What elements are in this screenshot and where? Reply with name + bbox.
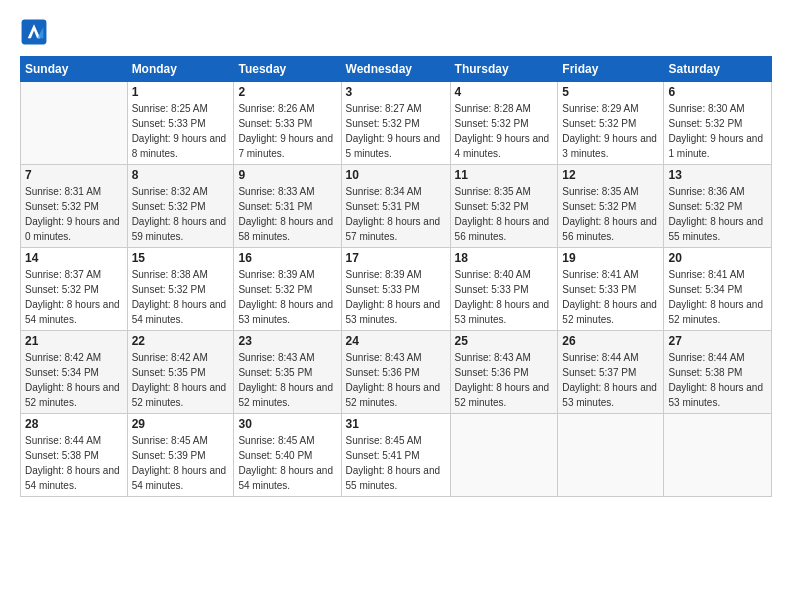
day-number: 24 bbox=[346, 334, 446, 348]
day-detail: Sunrise: 8:29 AMSunset: 5:32 PMDaylight:… bbox=[562, 101, 659, 161]
day-detail: Sunrise: 8:38 AMSunset: 5:32 PMDaylight:… bbox=[132, 267, 230, 327]
day-cell: 21Sunrise: 8:42 AMSunset: 5:34 PMDayligh… bbox=[21, 331, 128, 414]
day-number: 22 bbox=[132, 334, 230, 348]
day-detail: Sunrise: 8:44 AMSunset: 5:38 PMDaylight:… bbox=[25, 433, 123, 493]
calendar-table: SundayMondayTuesdayWednesdayThursdayFrid… bbox=[20, 56, 772, 497]
day-number: 13 bbox=[668, 168, 767, 182]
day-detail: Sunrise: 8:41 AMSunset: 5:33 PMDaylight:… bbox=[562, 267, 659, 327]
day-number: 30 bbox=[238, 417, 336, 431]
day-number: 12 bbox=[562, 168, 659, 182]
day-cell: 29Sunrise: 8:45 AMSunset: 5:39 PMDayligh… bbox=[127, 414, 234, 497]
day-cell bbox=[21, 82, 128, 165]
weekday-header-tuesday: Tuesday bbox=[234, 57, 341, 82]
day-detail: Sunrise: 8:28 AMSunset: 5:32 PMDaylight:… bbox=[455, 101, 554, 161]
day-detail: Sunrise: 8:45 AMSunset: 5:40 PMDaylight:… bbox=[238, 433, 336, 493]
week-row-3: 14Sunrise: 8:37 AMSunset: 5:32 PMDayligh… bbox=[21, 248, 772, 331]
day-number: 28 bbox=[25, 417, 123, 431]
day-detail: Sunrise: 8:27 AMSunset: 5:32 PMDaylight:… bbox=[346, 101, 446, 161]
page-header bbox=[20, 18, 772, 46]
day-number: 7 bbox=[25, 168, 123, 182]
day-cell: 5Sunrise: 8:29 AMSunset: 5:32 PMDaylight… bbox=[558, 82, 664, 165]
day-number: 8 bbox=[132, 168, 230, 182]
week-row-2: 7Sunrise: 8:31 AMSunset: 5:32 PMDaylight… bbox=[21, 165, 772, 248]
day-cell bbox=[450, 414, 558, 497]
day-detail: Sunrise: 8:42 AMSunset: 5:35 PMDaylight:… bbox=[132, 350, 230, 410]
weekday-header-sunday: Sunday bbox=[21, 57, 128, 82]
day-cell: 28Sunrise: 8:44 AMSunset: 5:38 PMDayligh… bbox=[21, 414, 128, 497]
day-number: 17 bbox=[346, 251, 446, 265]
day-detail: Sunrise: 8:43 AMSunset: 5:36 PMDaylight:… bbox=[455, 350, 554, 410]
day-number: 21 bbox=[25, 334, 123, 348]
day-number: 4 bbox=[455, 85, 554, 99]
day-detail: Sunrise: 8:26 AMSunset: 5:33 PMDaylight:… bbox=[238, 101, 336, 161]
day-cell: 27Sunrise: 8:44 AMSunset: 5:38 PMDayligh… bbox=[664, 331, 772, 414]
day-detail: Sunrise: 8:32 AMSunset: 5:32 PMDaylight:… bbox=[132, 184, 230, 244]
day-cell: 6Sunrise: 8:30 AMSunset: 5:32 PMDaylight… bbox=[664, 82, 772, 165]
weekday-header-thursday: Thursday bbox=[450, 57, 558, 82]
day-number: 5 bbox=[562, 85, 659, 99]
day-cell: 19Sunrise: 8:41 AMSunset: 5:33 PMDayligh… bbox=[558, 248, 664, 331]
weekday-header-saturday: Saturday bbox=[664, 57, 772, 82]
day-cell: 2Sunrise: 8:26 AMSunset: 5:33 PMDaylight… bbox=[234, 82, 341, 165]
day-number: 14 bbox=[25, 251, 123, 265]
week-row-1: 1Sunrise: 8:25 AMSunset: 5:33 PMDaylight… bbox=[21, 82, 772, 165]
day-detail: Sunrise: 8:39 AMSunset: 5:33 PMDaylight:… bbox=[346, 267, 446, 327]
day-detail: Sunrise: 8:30 AMSunset: 5:32 PMDaylight:… bbox=[668, 101, 767, 161]
day-cell: 4Sunrise: 8:28 AMSunset: 5:32 PMDaylight… bbox=[450, 82, 558, 165]
day-number: 3 bbox=[346, 85, 446, 99]
day-detail: Sunrise: 8:44 AMSunset: 5:37 PMDaylight:… bbox=[562, 350, 659, 410]
day-cell: 17Sunrise: 8:39 AMSunset: 5:33 PMDayligh… bbox=[341, 248, 450, 331]
day-detail: Sunrise: 8:35 AMSunset: 5:32 PMDaylight:… bbox=[562, 184, 659, 244]
day-cell: 23Sunrise: 8:43 AMSunset: 5:35 PMDayligh… bbox=[234, 331, 341, 414]
day-detail: Sunrise: 8:44 AMSunset: 5:38 PMDaylight:… bbox=[668, 350, 767, 410]
weekday-header-row: SundayMondayTuesdayWednesdayThursdayFrid… bbox=[21, 57, 772, 82]
day-cell: 20Sunrise: 8:41 AMSunset: 5:34 PMDayligh… bbox=[664, 248, 772, 331]
day-cell: 16Sunrise: 8:39 AMSunset: 5:32 PMDayligh… bbox=[234, 248, 341, 331]
day-cell bbox=[664, 414, 772, 497]
day-number: 11 bbox=[455, 168, 554, 182]
day-cell: 30Sunrise: 8:45 AMSunset: 5:40 PMDayligh… bbox=[234, 414, 341, 497]
day-cell: 1Sunrise: 8:25 AMSunset: 5:33 PMDaylight… bbox=[127, 82, 234, 165]
day-number: 9 bbox=[238, 168, 336, 182]
logo bbox=[20, 18, 52, 46]
day-detail: Sunrise: 8:31 AMSunset: 5:32 PMDaylight:… bbox=[25, 184, 123, 244]
day-detail: Sunrise: 8:41 AMSunset: 5:34 PMDaylight:… bbox=[668, 267, 767, 327]
day-cell: 15Sunrise: 8:38 AMSunset: 5:32 PMDayligh… bbox=[127, 248, 234, 331]
day-number: 20 bbox=[668, 251, 767, 265]
day-number: 26 bbox=[562, 334, 659, 348]
day-cell: 18Sunrise: 8:40 AMSunset: 5:33 PMDayligh… bbox=[450, 248, 558, 331]
day-cell bbox=[558, 414, 664, 497]
day-cell: 26Sunrise: 8:44 AMSunset: 5:37 PMDayligh… bbox=[558, 331, 664, 414]
day-number: 18 bbox=[455, 251, 554, 265]
day-cell: 8Sunrise: 8:32 AMSunset: 5:32 PMDaylight… bbox=[127, 165, 234, 248]
day-cell: 12Sunrise: 8:35 AMSunset: 5:32 PMDayligh… bbox=[558, 165, 664, 248]
day-detail: Sunrise: 8:39 AMSunset: 5:32 PMDaylight:… bbox=[238, 267, 336, 327]
day-cell: 7Sunrise: 8:31 AMSunset: 5:32 PMDaylight… bbox=[21, 165, 128, 248]
day-number: 31 bbox=[346, 417, 446, 431]
day-cell: 13Sunrise: 8:36 AMSunset: 5:32 PMDayligh… bbox=[664, 165, 772, 248]
day-number: 15 bbox=[132, 251, 230, 265]
weekday-header-friday: Friday bbox=[558, 57, 664, 82]
day-number: 23 bbox=[238, 334, 336, 348]
day-detail: Sunrise: 8:36 AMSunset: 5:32 PMDaylight:… bbox=[668, 184, 767, 244]
calendar-page: SundayMondayTuesdayWednesdayThursdayFrid… bbox=[0, 0, 792, 612]
day-detail: Sunrise: 8:43 AMSunset: 5:35 PMDaylight:… bbox=[238, 350, 336, 410]
day-detail: Sunrise: 8:42 AMSunset: 5:34 PMDaylight:… bbox=[25, 350, 123, 410]
day-detail: Sunrise: 8:33 AMSunset: 5:31 PMDaylight:… bbox=[238, 184, 336, 244]
day-number: 16 bbox=[238, 251, 336, 265]
day-detail: Sunrise: 8:43 AMSunset: 5:36 PMDaylight:… bbox=[346, 350, 446, 410]
day-cell: 25Sunrise: 8:43 AMSunset: 5:36 PMDayligh… bbox=[450, 331, 558, 414]
day-number: 19 bbox=[562, 251, 659, 265]
day-cell: 11Sunrise: 8:35 AMSunset: 5:32 PMDayligh… bbox=[450, 165, 558, 248]
logo-icon bbox=[20, 18, 48, 46]
day-cell: 10Sunrise: 8:34 AMSunset: 5:31 PMDayligh… bbox=[341, 165, 450, 248]
week-row-4: 21Sunrise: 8:42 AMSunset: 5:34 PMDayligh… bbox=[21, 331, 772, 414]
day-cell: 24Sunrise: 8:43 AMSunset: 5:36 PMDayligh… bbox=[341, 331, 450, 414]
day-cell: 3Sunrise: 8:27 AMSunset: 5:32 PMDaylight… bbox=[341, 82, 450, 165]
weekday-header-wednesday: Wednesday bbox=[341, 57, 450, 82]
day-cell: 9Sunrise: 8:33 AMSunset: 5:31 PMDaylight… bbox=[234, 165, 341, 248]
day-number: 27 bbox=[668, 334, 767, 348]
day-detail: Sunrise: 8:35 AMSunset: 5:32 PMDaylight:… bbox=[455, 184, 554, 244]
day-number: 1 bbox=[132, 85, 230, 99]
day-detail: Sunrise: 8:34 AMSunset: 5:31 PMDaylight:… bbox=[346, 184, 446, 244]
